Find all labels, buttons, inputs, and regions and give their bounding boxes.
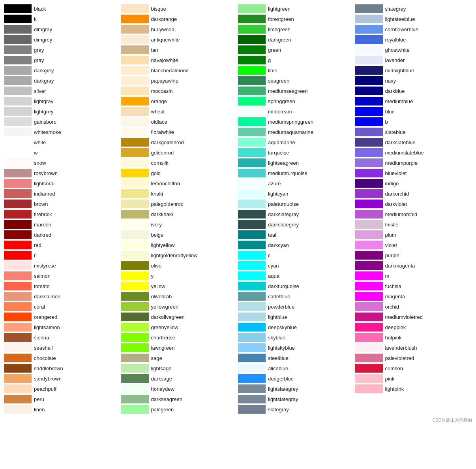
color-label-lightslategray: lightslategray — [268, 396, 298, 402]
color-swatch-teal — [238, 230, 266, 239]
color-swatch-brown — [4, 200, 32, 208]
color-label-aliceblue: aliceblue — [268, 365, 288, 371]
color-swatch-seashell — [4, 343, 32, 352]
color-swatch-magenta — [355, 292, 383, 301]
color-label-lime: lime — [268, 68, 277, 73]
color-label-plum: plum — [385, 232, 396, 238]
color-swatch-hotpink — [355, 333, 383, 342]
color-swatch-royalblue — [355, 35, 383, 44]
color-label-lightcoral: lightcoral — [34, 181, 54, 186]
color-item-gold: gold — [121, 168, 238, 178]
color-item-salmon: salmon — [4, 271, 121, 281]
color-swatch-cornsilk — [121, 158, 149, 167]
color-item-lightgray: lightgray — [4, 96, 121, 106]
color-swatch-salmon — [4, 271, 32, 280]
color-label-ivory: ivory — [151, 222, 162, 228]
color-item-floralwhite: floralwhite — [121, 127, 238, 137]
color-swatch-tomato — [4, 282, 32, 290]
color-label-turquoise: turquoise — [268, 150, 289, 156]
color-swatch-grey — [4, 45, 32, 54]
color-swatch-sage — [121, 354, 149, 362]
color-swatch-darkturquoise — [238, 282, 266, 290]
color-label-whitesmoke: whitesmoke — [34, 129, 61, 135]
color-swatch-wheat — [121, 107, 149, 116]
color-item-lightsteelblue: lightsteelblue — [355, 14, 472, 24]
color-label-darkcyan: darkcyan — [268, 242, 289, 248]
color-swatch-peachpuff — [4, 384, 32, 393]
color-label-darkgreen: darkgreen — [268, 37, 291, 43]
color-label-navy: navy — [385, 78, 396, 84]
color-swatch-chartreuse — [121, 333, 149, 342]
color-item-olive: olive — [121, 261, 238, 270]
color-swatch-aqua — [238, 271, 266, 280]
color-label-green: green — [268, 47, 281, 53]
color-item-white: white — [4, 137, 121, 147]
color-label-seagreen: seagreen — [268, 78, 289, 84]
color-label-k: k — [34, 16, 37, 22]
color-label-greenyellow: greenyellow — [151, 324, 178, 330]
color-swatch-darkslategrey — [238, 220, 266, 229]
color-item-saddlebrown: saddlebrown — [4, 364, 121, 373]
color-item-coral: coral — [4, 302, 121, 311]
color-label-gray: gray — [34, 57, 44, 63]
color-swatch-darkslategray — [238, 210, 266, 218]
color-swatch-darkorange — [121, 15, 149, 23]
color-swatch-skyblue — [238, 333, 266, 342]
color-item-darkseagreen: darkseagreen — [121, 394, 238, 404]
color-label-maroon: maroon — [34, 222, 51, 228]
color-label-snow: snow — [34, 160, 46, 166]
color-item-limegreen: limegreen — [238, 24, 355, 34]
color-item-cornflowerblue: cornflowerblue — [355, 24, 472, 34]
color-label-hotpink: hotpink — [385, 335, 402, 341]
color-swatch-y — [121, 271, 149, 280]
color-item-dimgrey: dimgrey — [4, 35, 121, 44]
color-label-steelblue: steelblue — [268, 355, 289, 361]
color-label-mistyrose: mistyrose — [34, 263, 56, 269]
color-item-mediumaquamarine: mediumaquamarine — [238, 127, 355, 137]
color-swatch-beige — [121, 230, 149, 239]
color-label-palevioletred: palevioletred — [385, 355, 414, 361]
color-item-purple: purple — [355, 251, 472, 260]
color-item-sage: sage — [121, 353, 238, 363]
color-swatch-darkviolet — [355, 200, 383, 208]
color-label-b: b — [385, 119, 388, 125]
color-item-navajowhite: navajowhite — [121, 55, 238, 65]
color-label-mediumpurple: mediumpurple — [385, 160, 418, 166]
color-swatch-gold — [121, 169, 149, 177]
color-swatch-olivedrab — [121, 292, 149, 301]
color-label-yellow: yellow — [151, 283, 165, 289]
color-item-forestgreen: forestgreen — [238, 14, 355, 24]
color-column-col2: bisquedarkorangeburlywoodantiquewhitetan… — [121, 4, 238, 414]
color-label-moccasin: moccasin — [151, 88, 173, 94]
color-swatch-mintcream — [238, 107, 266, 116]
color-label-peru: peru — [34, 396, 44, 402]
color-swatch-pink — [355, 374, 383, 383]
color-item-cornsilk: cornsilk — [121, 158, 238, 168]
color-item-indigo: indigo — [355, 179, 472, 188]
color-item-mediumturquoise: mediumturquoise — [238, 168, 355, 178]
color-item-brown: brown — [4, 199, 121, 209]
color-item-blueviolet: blueviolet — [355, 168, 472, 178]
color-swatch-darkgreen — [238, 35, 266, 44]
color-swatch-saddlebrown — [4, 364, 32, 373]
color-item-crimson: crimson — [355, 364, 472, 373]
color-swatch-darkkhaki — [121, 210, 149, 218]
color-label-lavenderblush: lavenderblush — [385, 345, 417, 351]
color-item-mediumslateblue: mediumslateblue — [355, 148, 472, 157]
color-label-olive: olive — [151, 263, 162, 269]
color-swatch-palevioletred — [355, 354, 383, 362]
color-swatch-darkslateblue — [355, 138, 383, 147]
color-item-black: black — [4, 4, 121, 13]
color-item-darkcyan: darkcyan — [238, 240, 355, 250]
color-label-aquamarine: aquamarine — [268, 139, 295, 145]
color-label-violet: violet — [385, 242, 397, 248]
color-label-rosybrown: rosybrown — [34, 170, 58, 176]
color-swatch-lightskyblue — [238, 343, 266, 352]
color-item-ivory: ivory — [121, 220, 238, 229]
color-swatch-plum — [355, 230, 383, 239]
color-swatch-indianred — [4, 189, 32, 198]
color-item-turquoise: turquoise — [238, 148, 355, 157]
color-swatch-mediumaquamarine — [238, 128, 266, 136]
color-column-col4: slategreylightsteelbluecornflowerblueroy… — [355, 4, 472, 414]
color-label-slategrey: slategrey — [385, 6, 406, 12]
